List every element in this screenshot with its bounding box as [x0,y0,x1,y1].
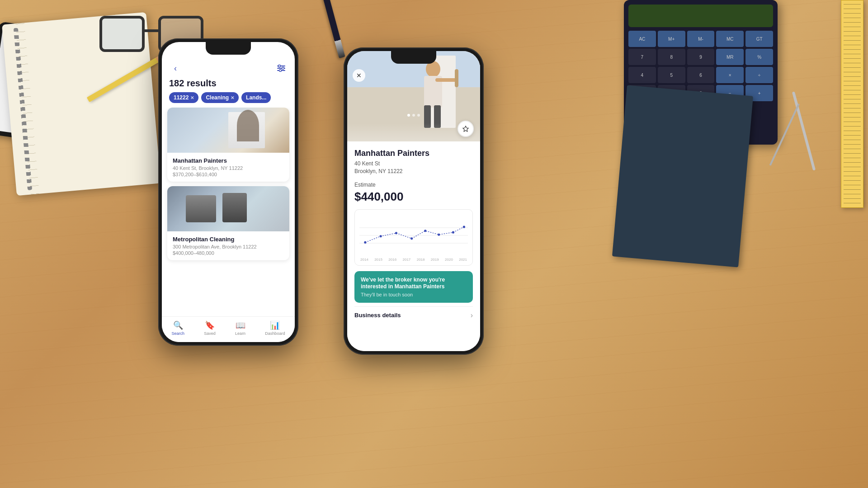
chart-year-2016: 2016 [388,258,396,262]
search-nav-icon: 🔍 [173,320,183,330]
listings-container: Manhattan Painters 40 Kent St, Brooklyn,… [162,108,295,316]
right-phone-content: ✕ [347,51,480,351]
calculator-display [628,5,773,27]
listing-info-1: Manhattan Painters 40 Kent St, Brooklyn,… [167,153,289,182]
phone-right: ✕ [344,47,484,355]
broker-message-title: We've let the broker know you're interes… [361,277,467,291]
dot-1 [407,114,410,117]
painting-image [167,108,289,153]
listing-address-1: 40 Kent St, Brooklyn, NY 11222 [173,165,284,171]
calc-btn: × [716,67,744,83]
filter-chips: 11222 ✕ Cleaning ✕ Lands... [162,92,295,108]
svg-point-19 [380,235,382,237]
nav-search[interactable]: 🔍 Search [172,320,185,336]
bottom-nav: 🔍 Search 🔖 Saved 📖 Learn 📊 Dashboard [162,316,295,342]
phone-right-notch [391,51,436,64]
chip-zip[interactable]: 11222 ✕ [169,92,198,103]
glasses-bridge [144,29,159,32]
svg-point-22 [424,230,426,232]
svg-point-4 [282,67,284,70]
address-line1: 40 Kent St [354,160,380,167]
listing-info-2: Metropolitan Cleaning 300 Metropolitan A… [167,231,289,260]
svg-rect-12 [455,69,458,87]
price-chart: 2014 2015 2016 2017 2018 2019 2020 2021 [354,209,473,266]
business-details-label: Business details [354,312,401,319]
calc-btn: M+ [658,31,685,47]
calc-btn: 8 [658,49,685,65]
broker-banner: We've let the broker know you're interes… [354,271,473,303]
phone-left-screen: ‹ 182 results 11222 ✕ [162,42,295,342]
chart-year-2021: 2021 [459,258,467,262]
learn-nav-label: Learn [235,331,245,336]
calc-btn: GT [745,31,773,47]
detail-image: ✕ [347,51,480,141]
left-header: ‹ [162,58,295,76]
listing-price-1: $370,200–$610,400 [173,172,284,177]
listing-card-1[interactable]: Manhattan Painters 40 Kent St, Brooklyn,… [167,108,289,182]
chart-year-2017: 2017 [403,258,411,262]
chip-zip-remove[interactable]: ✕ [190,95,194,100]
filter-button[interactable] [275,62,288,75]
chart-svg [359,215,468,256]
calc-btn: 9 [687,49,715,65]
svg-point-20 [395,232,397,234]
nav-saved[interactable]: 🔖 Saved [204,320,216,336]
listing-image-2 [167,186,289,231]
calc-btn: 6 [687,67,715,83]
save-button[interactable] [458,121,474,137]
estimate-label: Estimate [354,182,473,188]
saved-nav-icon: 🔖 [205,320,215,330]
chart-year-2020: 2020 [445,258,453,262]
address-line2: Brooklyn, NY 11222 [354,168,403,174]
chart-year-2015: 2015 [374,258,382,262]
search-nav-label: Search [172,331,185,336]
listing-card-2[interactable]: Metropolitan Cleaning 300 Metropolitan A… [167,186,289,260]
close-button[interactable]: ✕ [353,69,365,82]
compass-body [792,91,816,170]
business-name: Manhattan Painters [354,149,473,158]
chip-cleaning-remove[interactable]: ✕ [231,95,234,100]
dot-3 [417,114,420,117]
dashboard-nav-label: Dashboard [265,331,285,336]
business-details-row[interactable]: Business details › [354,306,473,319]
business-address: 40 Kent St Brooklyn, NY 11222 [354,160,473,175]
saved-nav-label: Saved [204,331,216,336]
listing-image-1 [167,108,289,153]
calc-btn: 4 [628,67,656,83]
chevron-right-icon: › [471,311,473,319]
calc-btn: M- [687,31,715,47]
listing-name-2: Metropolitan Cleaning [173,236,284,243]
notebook-spiral [14,28,32,191]
learn-nav-icon: 📖 [236,320,245,330]
svg-point-25 [463,225,465,228]
listing-price-2: $400,000–480,000 [173,250,284,256]
listing-address-2: 300 Metropolitan Ave, Brooklyn 11222 [173,244,284,249]
phone-right-screen: ✕ [347,51,480,351]
glasses-left-lens [99,16,145,52]
svg-point-21 [410,237,413,239]
chip-cleaning-label: Cleaning [206,94,229,101]
chart-year-2018: 2018 [417,258,425,262]
chart-year-2019: 2019 [431,258,439,262]
svg-rect-11 [435,78,458,82]
svg-point-3 [278,65,281,67]
calc-btn: % [745,49,773,65]
felt-pad-decoration [612,85,753,267]
chip-lands[interactable]: Lands... [241,92,271,103]
dots-indicator [407,114,420,117]
svg-point-5 [279,70,282,72]
back-button[interactable]: ‹ [169,62,182,75]
svg-rect-13 [424,105,431,128]
phone-left: ‹ 182 results 11222 ✕ [158,38,298,346]
svg-point-18 [364,241,366,243]
ruler-decoration [841,0,863,208]
phone-left-notch [206,42,251,55]
nav-learn[interactable]: 📖 Learn [235,320,245,336]
calc-btn: MR [716,49,744,65]
nav-dashboard[interactable]: 📊 Dashboard [265,320,285,336]
broker-message-sub: They'll be in touch soon [361,292,467,297]
chip-cleaning[interactable]: Cleaning ✕ [201,92,239,103]
svg-point-24 [452,231,454,233]
results-count: 182 results [162,76,295,92]
laundry-image [167,186,289,231]
